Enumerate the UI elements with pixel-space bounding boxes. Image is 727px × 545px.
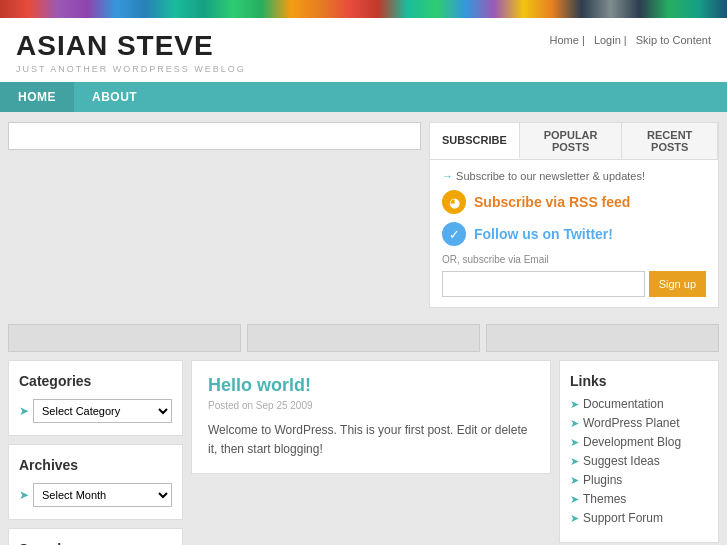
themes-link[interactable]: Themes bbox=[583, 492, 626, 506]
email-input[interactable] bbox=[442, 271, 645, 297]
email-row: Sign up bbox=[442, 271, 706, 297]
subscribe-widget: SUBSCRIBE POPULAR POSTS RECENT POSTS Sub… bbox=[429, 122, 719, 308]
link-arrow-icon: ➤ bbox=[570, 417, 579, 430]
left-sidebar: Categories ➤ Select Category Archives ➤ … bbox=[8, 360, 183, 545]
archives-widget: Archives ➤ Select Month bbox=[8, 444, 183, 520]
plugins-link[interactable]: Plugins bbox=[583, 473, 622, 487]
top-search-input[interactable] bbox=[8, 122, 421, 150]
main-nav: HOME ABOUT bbox=[0, 82, 727, 112]
site-branding: ASIAN STEVE JUST ANOTHER WORDPRESS WEBLO… bbox=[16, 30, 246, 74]
nav-item-about[interactable]: ABOUT bbox=[74, 82, 155, 112]
link-arrow-icon: ➤ bbox=[570, 512, 579, 525]
list-item: ➤ Development Blog bbox=[570, 435, 708, 449]
login-link[interactable]: Login bbox=[594, 34, 621, 46]
tab-recent-posts[interactable]: RECENT POSTS bbox=[622, 123, 718, 159]
post-body: Welcome to WordPress. This is your first… bbox=[208, 421, 534, 459]
top-search-area bbox=[8, 122, 421, 316]
list-item: ➤ Documentation bbox=[570, 397, 708, 411]
development-blog-link[interactable]: Development Blog bbox=[583, 435, 681, 449]
links-box: Links ➤ Documentation ➤ WordPress Planet… bbox=[559, 360, 719, 543]
links-title: Links bbox=[570, 373, 708, 389]
post-title: Hello world! bbox=[208, 375, 534, 396]
rss-link[interactable]: ◕ Subscribe via RSS feed bbox=[442, 190, 706, 214]
categories-title: Categories bbox=[19, 373, 172, 389]
link-arrow-icon: ➤ bbox=[570, 474, 579, 487]
post-box: Hello world! Posted on Sep 25 2009 Welco… bbox=[191, 360, 551, 474]
twitter-icon: ✓ bbox=[442, 222, 466, 246]
three-boxes-row bbox=[8, 324, 719, 352]
or-text: OR, subscribe via Email bbox=[442, 254, 706, 265]
tab-popular-posts[interactable]: POPULAR POSTS bbox=[520, 123, 623, 159]
list-item: ➤ Suggest Ideas bbox=[570, 454, 708, 468]
search-widget: Search bbox=[8, 528, 183, 545]
documentation-link[interactable]: Documentation bbox=[583, 397, 664, 411]
link-arrow-icon: ➤ bbox=[570, 455, 579, 468]
site-header: ASIAN STEVE JUST ANOTHER WORDPRESS WEBLO… bbox=[0, 18, 727, 82]
archives-select-row: ➤ Select Month bbox=[19, 483, 172, 507]
post-date: Posted on Sep 25 2009 bbox=[208, 400, 534, 411]
widget-tabs: SUBSCRIBE POPULAR POSTS RECENT POSTS bbox=[430, 123, 718, 160]
categories-arrow-icon: ➤ bbox=[19, 404, 29, 418]
suggest-ideas-link[interactable]: Suggest Ideas bbox=[583, 454, 660, 468]
header-links: Home | Login | Skip to Content bbox=[544, 34, 711, 46]
main-wrap: SUBSCRIBE POPULAR POSTS RECENT POSTS Sub… bbox=[0, 112, 727, 545]
twitter-link[interactable]: ✓ Follow us on Twitter! bbox=[442, 222, 706, 246]
site-subtitle: JUST ANOTHER WORDPRESS WEBLOG bbox=[16, 64, 246, 74]
wordpress-planet-link[interactable]: WordPress Planet bbox=[583, 416, 680, 430]
link-arrow-icon: ➤ bbox=[570, 398, 579, 411]
rss-icon: ◕ bbox=[442, 190, 466, 214]
box-2 bbox=[247, 324, 480, 352]
archives-select[interactable]: Select Month bbox=[33, 483, 172, 507]
list-item: ➤ Themes bbox=[570, 492, 708, 506]
list-item: ➤ WordPress Planet bbox=[570, 416, 708, 430]
categories-widget: Categories ➤ Select Category bbox=[8, 360, 183, 436]
header-banner bbox=[0, 0, 727, 18]
archives-arrow-icon: ➤ bbox=[19, 488, 29, 502]
top-row: SUBSCRIBE POPULAR POSTS RECENT POSTS Sub… bbox=[8, 122, 719, 316]
box-3 bbox=[486, 324, 719, 352]
links-widget: Links ➤ Documentation ➤ WordPress Planet… bbox=[559, 360, 719, 545]
subscribe-subtitle: Subscribe to our newsletter & updates! bbox=[442, 170, 706, 182]
list-item: ➤ Plugins bbox=[570, 473, 708, 487]
main-content: Hello world! Posted on Sep 25 2009 Welco… bbox=[191, 360, 551, 545]
subscribe-tab-content: Subscribe to our newsletter & updates! ◕… bbox=[430, 160, 718, 307]
categories-select-row: ➤ Select Category bbox=[19, 399, 172, 423]
site-title: ASIAN STEVE bbox=[16, 30, 246, 62]
nav-item-home[interactable]: HOME bbox=[0, 82, 74, 112]
skip-to-content-link[interactable]: Skip to Content bbox=[636, 34, 711, 46]
tab-subscribe[interactable]: SUBSCRIBE bbox=[430, 123, 520, 159]
categories-select[interactable]: Select Category bbox=[33, 399, 172, 423]
content-row: Categories ➤ Select Category Archives ➤ … bbox=[8, 360, 719, 545]
twitter-link-text: Follow us on Twitter! bbox=[474, 226, 613, 242]
support-forum-link[interactable]: Support Forum bbox=[583, 511, 663, 525]
signup-button[interactable]: Sign up bbox=[649, 271, 706, 297]
list-item: ➤ Support Forum bbox=[570, 511, 708, 525]
search-title: Search bbox=[19, 541, 172, 545]
archives-title: Archives bbox=[19, 457, 172, 473]
link-arrow-icon: ➤ bbox=[570, 493, 579, 506]
box-1 bbox=[8, 324, 241, 352]
link-arrow-icon: ➤ bbox=[570, 436, 579, 449]
home-link[interactable]: Home bbox=[550, 34, 579, 46]
rss-link-text: Subscribe via RSS feed bbox=[474, 194, 630, 210]
